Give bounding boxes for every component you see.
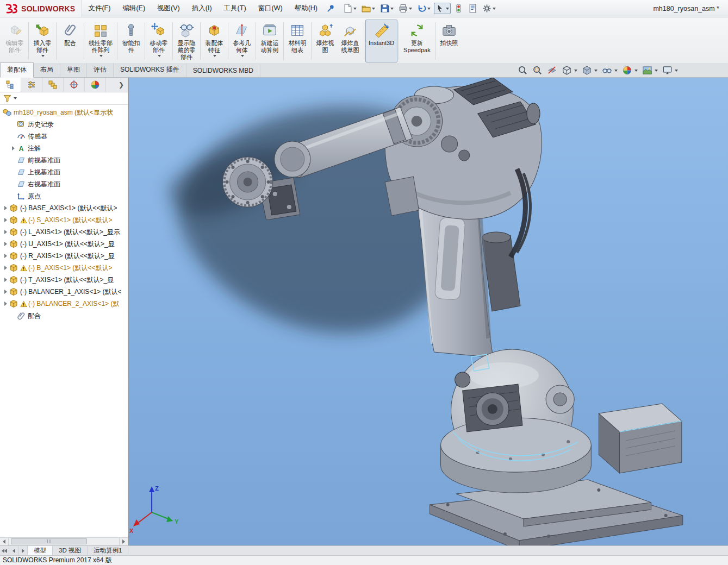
new-motion-study-button[interactable]: 新建运 动算例 [257, 20, 282, 62]
view-orientation-button[interactable] [562, 65, 577, 76]
assembly-features-button[interactable]: 装配体 特征 [202, 20, 227, 62]
expand-arrow[interactable] [2, 302, 9, 306]
instant3d-button[interactable]: Instant3D [365, 20, 397, 62]
edit-appearance-button[interactable] [622, 65, 638, 76]
view-settings-button[interactable] [662, 65, 678, 76]
propertymanager-tab[interactable] [21, 78, 42, 92]
tree-item-t-axis[interactable]: (-) T_AXIS<1> (默认<<默认>_显 [0, 274, 128, 286]
tab-mbd[interactable]: SOLIDWORKS MBD [186, 65, 260, 77]
expand-arrow[interactable] [2, 206, 9, 210]
reference-geometry-button[interactable]: 参考几 何体 [229, 20, 254, 62]
robot-base-plates[interactable] [430, 480, 683, 545]
scrollbar-thumb[interactable] [11, 538, 87, 544]
tab-scroll-first-button[interactable] [0, 546, 9, 555]
expand-arrow[interactable] [2, 278, 9, 282]
scroll-left-button[interactable] [0, 538, 9, 545]
mate-button[interactable]: 配合 [58, 20, 83, 62]
tree-item-balancer-2-axis[interactable]: (-) BALANCER_2_AXIS<1> (默 [0, 298, 128, 310]
tab-sketch[interactable]: 草图 [60, 63, 87, 77]
exploded-view-button[interactable]: 爆炸视 图 [313, 20, 338, 62]
component-icon [9, 252, 18, 260]
scrollbar-track[interactable] [9, 538, 119, 545]
featuremanager-tab[interactable] [0, 78, 21, 92]
displaymanager-tab[interactable] [85, 78, 106, 92]
pin-menu-button[interactable] [327, 4, 335, 12]
move-component-button[interactable]: 移动零 部件 [146, 20, 171, 62]
bill-of-materials-button[interactable]: 材料明 细表 [285, 20, 310, 62]
expand-arrow[interactable] [10, 146, 17, 150]
menu-insert[interactable]: 插入(I) [186, 0, 218, 17]
edit-component-button[interactable]: 编辑零 部件 [2, 20, 27, 62]
tree-item-b-axis[interactable]: (-) B_AXIS<1> (默认<<默认> [0, 262, 128, 274]
robot-controller-box[interactable] [599, 404, 681, 473]
zoom-to-area-button[interactable] [532, 65, 543, 76]
expand-arrow[interactable] [2, 230, 9, 234]
scroll-right-button[interactable] [119, 538, 128, 545]
menu-view[interactable]: 视图(V) [151, 0, 186, 17]
save-button[interactable] [378, 3, 395, 14]
tab-scroll-right-button[interactable] [18, 546, 28, 555]
configurationmanager-tab[interactable] [42, 78, 64, 92]
show-hidden-components-button[interactable]: 显示隐 藏的零 部件 [174, 20, 199, 62]
tree-item-right-plane[interactable]: 右视基准面 [0, 178, 128, 190]
tab-layout[interactable]: 布局 [34, 63, 60, 77]
tree-item-balancer-1-axis[interactable]: (-) BALANCER_1_AXIS<1> (默认< [0, 286, 128, 298]
panel-horizontal-scrollbar[interactable] [0, 537, 128, 545]
tab-model[interactable]: 模型 [28, 546, 53, 555]
tree-item-r-axis[interactable]: (-) R_AXIS<1> (默认<<默认>_显 [0, 250, 128, 262]
menu-window[interactable]: 窗口(W) [252, 0, 289, 17]
display-style-button[interactable] [582, 65, 598, 76]
expand-arrow[interactable] [2, 290, 9, 294]
zoom-fit-button[interactable] [518, 65, 528, 76]
explode-line-sketch-button[interactable]: 爆炸直 线草图 [338, 20, 363, 62]
dimxpertmanager-tab[interactable] [64, 78, 85, 92]
tree-item-u-axis[interactable]: (-) U_AXIS<1> (默认<<默认>_显 [0, 238, 128, 250]
tree-item-origin[interactable]: 原点 [0, 190, 128, 202]
tree-item-sensors[interactable]: 传感器 [0, 130, 128, 142]
tab-motion-study-1[interactable]: 运动算例1 [88, 546, 128, 555]
menu-edit[interactable]: 编辑(E) [116, 0, 151, 17]
expand-arrow[interactable] [2, 266, 9, 270]
tree-item-assembly-root[interactable]: mh180_ryosan_asm (默认<显示状 [0, 106, 128, 118]
graphics-viewport[interactable]: Z X Y [129, 78, 728, 545]
print-button[interactable] [397, 3, 414, 14]
options-button[interactable] [481, 3, 497, 14]
smart-fasteners-button[interactable]: 智能扣 件 [119, 20, 144, 62]
expand-arrow[interactable] [2, 242, 9, 246]
tab-evaluate[interactable]: 评估 [87, 63, 114, 77]
tab-scroll-left-button[interactable] [9, 546, 18, 555]
menu-file[interactable]: 文件(F) [82, 0, 116, 17]
panel-expand-chevron[interactable]: ❯ [115, 78, 128, 92]
undo-button[interactable] [415, 3, 432, 14]
open-button[interactable] [360, 3, 377, 14]
tree-item-mates[interactable]: 配合 [0, 310, 128, 322]
menu-help[interactable]: 帮助(H) [289, 0, 323, 17]
expand-arrow[interactable] [2, 254, 9, 258]
take-snapshot-button[interactable]: 拍快照 [437, 20, 462, 62]
update-speedpak-button[interactable]: 更新 Speedpak [400, 20, 434, 62]
tree-item-base-axis[interactable]: (-) BASE_AXIS<1> (默认<<默认> [0, 202, 128, 214]
robot-model-3d[interactable]: Z X Y [129, 78, 728, 545]
tree-item-front-plane[interactable]: 前视基准面 [0, 154, 128, 166]
section-view-button[interactable] [547, 65, 557, 76]
tree-item-s-axis[interactable]: (-) S_AXIS<1> (默认<<默认> [0, 214, 128, 226]
filter-funnel-button[interactable] [3, 95, 17, 103]
insert-component-button[interactable]: 插入零 部件 [30, 20, 55, 62]
tree-item-annotations[interactable]: A 注解 [0, 142, 128, 154]
menu-tools[interactable]: 工具(T) [218, 0, 252, 17]
new-document-button[interactable] [341, 3, 358, 14]
expand-arrow[interactable] [2, 218, 9, 222]
apply-scene-button[interactable] [642, 65, 658, 76]
tab-3d-views[interactable]: 3D 视图 [53, 546, 88, 555]
tree-item-history[interactable]: 历史记录 [0, 118, 128, 130]
tree-item-top-plane[interactable]: 上视基准面 [0, 166, 128, 178]
rebuild-button[interactable] [452, 3, 465, 14]
hide-show-items-button[interactable] [602, 65, 618, 76]
tab-addins[interactable]: SOLIDWORKS 插件 [114, 63, 186, 77]
file-properties-button[interactable] [466, 3, 479, 14]
tab-assembly[interactable]: 装配体 [0, 62, 34, 78]
select-tool-button[interactable] [434, 3, 451, 14]
tree-item-l-axis[interactable]: (-) L_AXIS<1> (默认<<默认>_显示 [0, 226, 128, 238]
robot-shoulder-joint[interactable] [385, 78, 542, 219]
linear-component-pattern-button[interactable]: 线性零部 件阵列 [85, 20, 116, 62]
